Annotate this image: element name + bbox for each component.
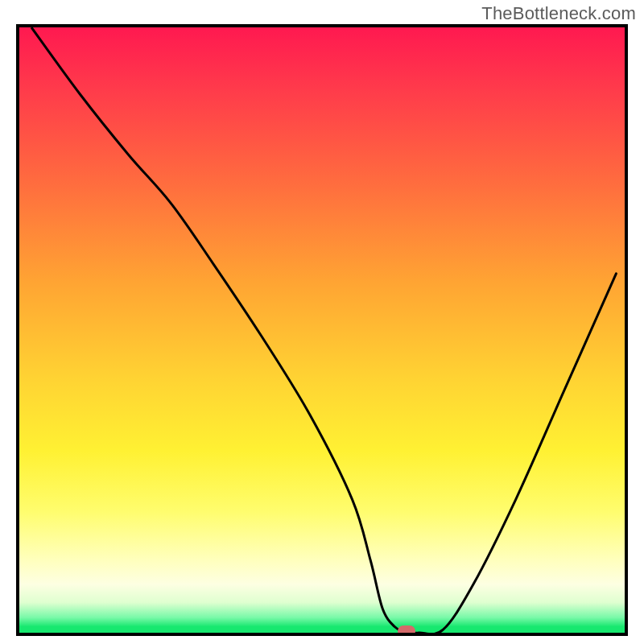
bottleneck-marker: [398, 625, 415, 636]
chart-plot-area: [16, 24, 628, 636]
chart-container: TheBottleneck.com: [0, 0, 644, 644]
chart-curve-svg: [19, 27, 625, 633]
chart-curve-path: [31, 27, 616, 633]
attribution-label: TheBottleneck.com: [481, 3, 636, 24]
